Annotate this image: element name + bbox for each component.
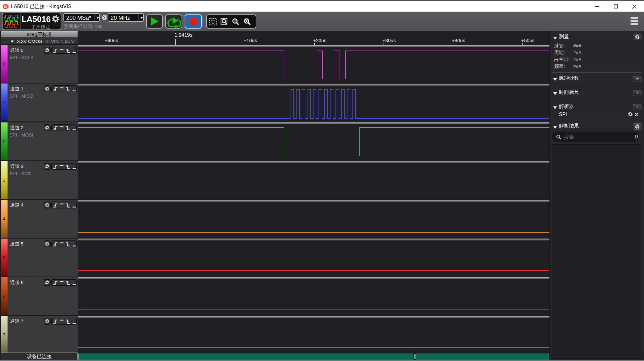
svg-text:+30us: +30us [382,38,396,43]
svg-text:T: T [211,19,215,25]
svg-text:1.9419s: 1.9419s [175,32,193,38]
svg-text:+50us: +50us [521,38,535,43]
svg-text:+40us: +40us [452,38,465,43]
svg-text:+20us: +20us [313,38,326,43]
svg-text:+90us: +90us [105,38,118,43]
svg-text:+10us: +10us [244,38,257,43]
